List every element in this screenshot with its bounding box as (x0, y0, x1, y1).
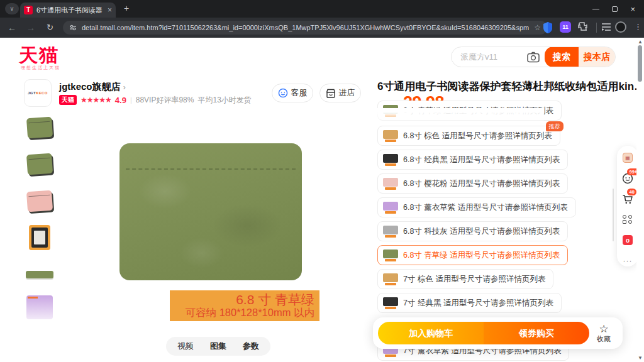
media-tabs: 视频图集参数 (166, 337, 270, 356)
sleeve-stitch-line (126, 168, 296, 170)
store-meta: 天猫 ★★★★★ 4.9 | 88VIP好评率98% 平均13小时发货 (59, 94, 252, 106)
add-to-cart-button[interactable]: 加入购物车 (378, 322, 484, 344)
sku-thumb (383, 130, 398, 142)
scroll-down-icon[interactable]: ▼ (638, 355, 643, 361)
window-maximize-button[interactable] (612, 6, 618, 12)
media-tab-参数[interactable]: 参数 (243, 341, 259, 352)
sku-thumb (383, 226, 398, 238)
bookmark-star-icon[interactable]: ☆ (534, 23, 541, 32)
storefront-icon (326, 89, 336, 98)
product-title: 6寸通用电子书阅读器保护套轻薄杜邦纸收纳包适用kin… (377, 79, 636, 94)
sku-label: 6.8寸 棕色 适用型号尺寸请参照详情页列表 (403, 131, 552, 141)
tmall-logo-tagline: 理想生活上天猫 (21, 65, 60, 71)
mini-more-button[interactable]: ··· (621, 255, 634, 266)
more-dots-icon: ··· (623, 256, 633, 265)
sku-thumb (383, 202, 398, 214)
sku-label: 6.8寸 科技灰 适用型号尺寸请参照详情页列表 (403, 226, 560, 237)
page-scrollbar[interactable]: ▲ ▼ (636, 38, 644, 362)
store-avatar-text-1: JGT (28, 91, 36, 95)
search-input[interactable]: 派魔方v11 (452, 52, 526, 63)
search-button[interactable]: 搜索 (545, 47, 579, 67)
customer-service-button[interactable]: 客服 (272, 84, 313, 102)
camera-search-icon[interactable] (526, 52, 541, 63)
sku-option[interactable]: 6.8寸 棕色 适用型号尺寸请参照详情页列表推荐 (377, 126, 560, 146)
sku-option[interactable]: 6.8寸 科技灰 适用型号尺寸请参照详情页列表 (377, 221, 568, 241)
thumb-reader-orange-case[interactable] (24, 223, 55, 252)
floating-toolbar: ▦ 99+ 40 o ··· (617, 146, 638, 266)
window-minimize-button[interactable] (592, 9, 599, 9)
thumb-green-sleeve-1[interactable] (24, 113, 55, 142)
address-bar[interactable]: detail.tmall.com/item.htm?id=71011506226… (63, 21, 547, 35)
thumb-green-sleeve-2-image (26, 153, 53, 175)
thumb-green-sleeve-flat[interactable] (24, 260, 55, 289)
browser-tab[interactable]: T 6寸通用电子书阅读器 × (20, 3, 116, 18)
sku-thumb (383, 154, 398, 166)
sku-thumb (383, 250, 398, 261)
media-tab-视频[interactable]: 视频 (177, 341, 194, 352)
mini-service-button[interactable]: 99+ (621, 173, 634, 185)
sku-thumb (383, 297, 398, 309)
scrollbar-thumb[interactable] (638, 45, 642, 82)
thumb-pink-sleeve-image (26, 190, 53, 212)
site-settings-icon[interactable] (69, 24, 77, 31)
sku-option[interactable]: 7寸 棕色 适用型号尺寸请参照详情页列表 (377, 269, 553, 289)
forward-icon[interactable]: → (26, 22, 35, 33)
cart-count-badge: 40 (627, 189, 636, 195)
tab-close-icon[interactable]: × (108, 6, 112, 14)
browser-menu-icon[interactable]: ⋮ (634, 22, 642, 31)
chevron-right-icon: › (123, 83, 126, 92)
tab-search-chevron-icon[interactable]: ∨ (5, 3, 19, 14)
new-tab-button[interactable]: + (121, 3, 132, 13)
shield-extension-icon[interactable] (542, 21, 553, 34)
store-avatar[interactable]: JGTKECO (24, 79, 52, 107)
extensions-puzzle-icon[interactable] (577, 21, 588, 32)
reload-icon[interactable]: ↻ (47, 22, 53, 33)
tab-list-icon[interactable] (601, 23, 611, 31)
red-app-icon: o (623, 235, 633, 245)
thumb-lavender-sleeve-image (26, 295, 53, 319)
sku-option[interactable]: 6.8寸 薰衣草紫 适用型号尺寸请参照详情页列表 (377, 197, 576, 217)
service-smiley-icon (278, 88, 288, 98)
window-close-button[interactable]: × (630, 5, 635, 13)
sku-option[interactable]: 7寸 经典黑 适用型号尺寸请参照详情页列表 (377, 293, 562, 313)
sku-option-selected[interactable]: 6.8寸 青草绿 适用型号尺寸请参照详情页列表 (377, 245, 568, 265)
enter-store-button[interactable]: 进店 (319, 84, 361, 102)
action-bar: 加入购物车 领券购买 ☆ 收藏 (373, 317, 623, 349)
browser-profile-avatar[interactable] (615, 21, 626, 33)
thumb-green-sleeve-2[interactable] (24, 150, 55, 178)
thumb-lavender-sleeve[interactable] (24, 293, 55, 322)
sku-label: 6.8寸 青草绿 适用型号尺寸请参照详情页列表 (403, 250, 560, 261)
store-avatar-text-2: KECO (36, 91, 48, 95)
product-main-image[interactable] (119, 143, 302, 280)
sku-label: 7寸 棕色 适用型号尺寸请参照详情页列表 (403, 274, 545, 285)
search-store-button[interactable]: 搜本店 (579, 47, 615, 67)
categories-grid-icon (623, 215, 633, 224)
mini-app-button[interactable]: o (621, 234, 634, 246)
service-button-label: 客服 (291, 87, 308, 99)
buy-with-coupon-button[interactable]: 领券购买 (484, 322, 589, 344)
vip-rating-text: 88VIP好评率98% (136, 95, 194, 106)
store-name-link[interactable]: jgtkeco旗舰店 › (59, 81, 126, 93)
tab-title: 6寸通用电子书阅读器 (36, 6, 104, 15)
window-controls: × (592, 0, 640, 18)
scroll-up-icon[interactable]: ▲ (638, 39, 643, 45)
extension-11-icon[interactable]: 11 (560, 21, 571, 33)
sku-label: 6.8寸 薰衣草紫 适用型号尺寸请参照详情页列表 (403, 202, 568, 213)
sku-thumb (383, 178, 398, 190)
search-box: 派魔方v11 搜索 搜本店 (451, 47, 616, 67)
thumb-reader-orange-case-image (29, 225, 50, 250)
favorite-label: 收藏 (597, 335, 611, 343)
sku-top-fade (374, 108, 544, 124)
back-icon[interactable]: ← (8, 22, 16, 33)
mini-shop-button[interactable]: ▦ (621, 152, 634, 164)
mini-categories-button[interactable] (621, 214, 634, 226)
url-text: detail.tmall.com/item.htm?id=71011506226… (82, 24, 529, 31)
mini-cart-button[interactable]: 40 (621, 193, 634, 205)
media-tab-图集[interactable]: 图集 (210, 341, 226, 352)
sku-label: 6.8寸 樱花粉 适用型号尺寸请参照详情页列表 (403, 178, 560, 189)
sku-option[interactable]: 6.8寸 樱花粉 适用型号尺寸请参照详情页列表 (377, 173, 568, 194)
shipping-text: 平均13小时发货 (197, 95, 251, 106)
thumb-pink-sleeve[interactable] (24, 187, 55, 216)
sku-option[interactable]: 6.8寸 经典黑 适用型号尺寸请参照详情页列表 (377, 150, 568, 170)
favorite-button[interactable]: ☆ 收藏 (597, 324, 611, 343)
